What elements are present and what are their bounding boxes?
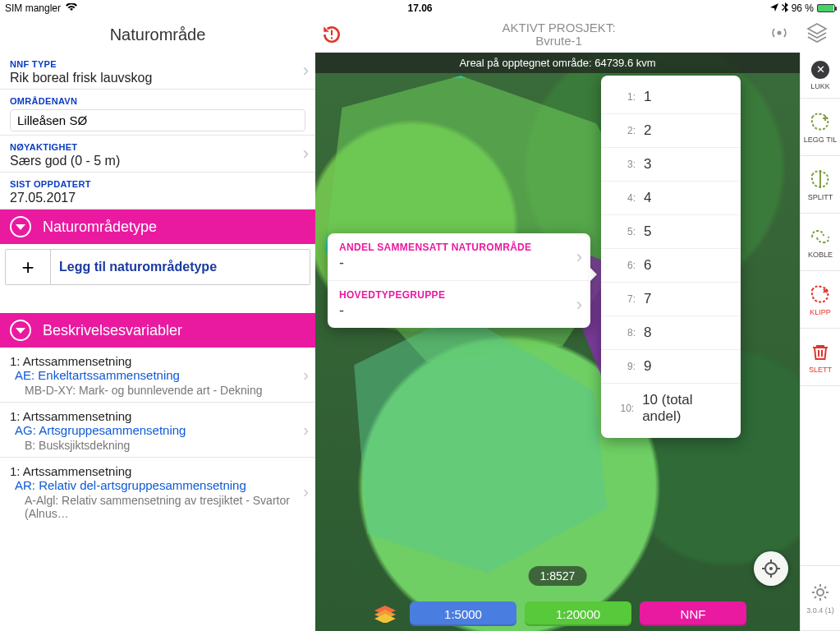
tool-label: KLIPP [810, 308, 831, 316]
sist-label: SIST OPPDATERT [10, 179, 305, 189]
var-l2: AE: Enkeltartssammensetning [10, 368, 305, 382]
settings-button[interactable]: 3.0.4 (1) [801, 565, 840, 631]
active-project: AKTIVT PROSJEKT: Bvrute-1 [348, 21, 769, 48]
picker-option[interactable]: 8:8 [601, 316, 741, 349]
andel-value: - [339, 255, 579, 272]
picker-option[interactable]: 4:4 [601, 181, 741, 214]
picker-index: 5: [613, 226, 636, 237]
var-l3: A-Algl: Relativ sammensetning av tresjik… [10, 494, 305, 520]
tool-label: KOBLE [808, 251, 833, 259]
add-naturomradetype-button[interactable]: + Legg til naturområdetype [5, 249, 310, 285]
picker-index: 4: [613, 192, 636, 204]
nnf-button[interactable]: NNF [640, 601, 746, 626]
tool-label: SPLITT [808, 193, 833, 201]
picker-option[interactable]: 9:9 [601, 349, 741, 383]
scale-5000-button[interactable]: 1:5000 [410, 601, 516, 626]
add-label: Legg til naturområdetype [51, 250, 310, 284]
splitt-button[interactable]: SPLITT [801, 156, 840, 214]
map-header: AKTIVT PROSJEKT: Bvrute-1 [315, 16, 840, 53]
version-text: 3.0.4 (1) [806, 606, 834, 615]
chevron-right-icon: › [303, 60, 309, 81]
layers-icon[interactable] [806, 21, 829, 48]
left-panel-title: Naturområde [0, 16, 315, 53]
naturomradetype-header[interactable]: Naturområdetype [0, 210, 315, 244]
plus-icon: + [6, 250, 51, 284]
nnf-type-row[interactable]: NNF TYPE Rik boreal frisk lauvskog › [0, 53, 315, 90]
left-panel: Naturområde NNF TYPE Rik boreal frisk la… [0, 16, 315, 631]
collapse-icon [10, 320, 31, 341]
koble-button[interactable]: KOBLE [801, 214, 840, 271]
leggtil-button[interactable]: LEGG TIL [801, 99, 840, 156]
carrier-text: SIM mangler [5, 2, 61, 14]
andel-row[interactable]: ANDEL SAMMENSATT NATUROMRÅDE - › [328, 233, 590, 280]
project-label: AKTIVT PROSJEKT: [348, 21, 769, 35]
omradenavn-label: OMRÅDENAVN [10, 96, 305, 106]
tool-label: SLETT [809, 366, 832, 374]
sync-alert-button[interactable] [315, 24, 348, 45]
picker-index: 3: [613, 159, 636, 170]
sist-value: 27.05.2017 [10, 191, 305, 205]
variable-row[interactable]: 1: Artssammensetning AR: Relativ del-art… [0, 458, 315, 525]
chevron-right-icon: › [303, 143, 309, 164]
svg-point-2 [778, 31, 782, 35]
svg-rect-1 [331, 37, 333, 39]
collapse-icon [10, 216, 31, 237]
picker-index: 7: [613, 293, 636, 305]
picker-option[interactable]: 1:1 [601, 81, 741, 113]
link-polygon-icon [810, 226, 831, 247]
picker-value: 8 [644, 325, 651, 341]
project-name: Bvrute-1 [348, 35, 769, 48]
value-picker: 1:1 2:2 3:3 4:4 5:5 6:6 7:7 8:8 9:9 10:1… [601, 76, 741, 438]
picker-option[interactable]: 2:2 [601, 113, 741, 147]
variable-row[interactable]: 1: Artssammensetning AG: Artsgruppesamme… [0, 403, 315, 458]
var-l2: AG: Artsgruppesammensetning [10, 423, 305, 437]
broadcast-icon[interactable] [769, 23, 789, 46]
picker-option[interactable]: 10:10 (total andel) [601, 383, 741, 433]
beskrivelsesvariabler-header[interactable]: Beskrivelsesvariabler [0, 313, 315, 348]
lukk-button[interactable]: ✕ LUKK [801, 53, 840, 99]
feature-popover: ANDEL SAMMENSATT NATUROMRÅDE - › HOVEDTY… [328, 233, 590, 328]
var-l1: 1: Artssammensetning [10, 354, 305, 368]
status-bar: SIM mangler 17.06 96 % [0, 0, 840, 16]
gear-icon [810, 582, 831, 603]
picker-index: 2: [613, 125, 636, 136]
svg-point-5 [817, 589, 824, 596]
omradenavn-input[interactable] [10, 109, 305, 131]
picker-option[interactable]: 7:7 [601, 282, 741, 316]
picker-value: 7 [644, 291, 651, 307]
variable-row[interactable]: 1: Artssammensetning AE: Enkeltartssamme… [0, 348, 315, 403]
scale-20000-button[interactable]: 1:20000 [525, 601, 631, 626]
picker-index: 1: [613, 91, 636, 103]
wifi-icon [66, 2, 77, 14]
picker-index: 8: [613, 327, 636, 339]
picker-value: 1 [644, 89, 651, 105]
hovedtype-row[interactable]: HOVEDTYPEGRUPPE - › [328, 280, 590, 328]
scale-indicator: 1:8527 [529, 566, 587, 586]
layers-toggle-icon[interactable] [369, 605, 402, 623]
picker-index: 10: [613, 403, 634, 414]
noyaktighet-row[interactable]: NØYAKTIGHET Særs god (0 - 5 m) › [0, 136, 315, 173]
picker-index: 9: [613, 361, 636, 372]
picker-value: 10 (total andel) [642, 392, 729, 425]
slett-button[interactable]: SLETT [801, 329, 840, 386]
bottom-scale-bar: 1:5000 1:20000 NNF [315, 601, 800, 626]
var-l1: 1: Artssammensetning [10, 464, 305, 478]
locate-button[interactable] [754, 551, 788, 586]
picker-index: 6: [613, 260, 636, 271]
svg-point-4 [769, 567, 773, 570]
picker-value: 2 [644, 122, 651, 139]
chevron-right-icon: › [576, 294, 582, 316]
var-l3: MB-D-XY: Mark- og bunnlevende art - Dekn… [10, 384, 305, 397]
location-icon [770, 2, 778, 14]
tool-label: LEGG TIL [804, 136, 837, 144]
battery-icon [817, 4, 835, 12]
picker-option[interactable]: 5:5 [601, 214, 741, 248]
picker-value: 3 [644, 156, 651, 173]
picker-option[interactable]: 6:6 [601, 248, 741, 282]
status-time: 17.06 [407, 2, 432, 14]
sist-oppdatert-row: SIST OPPDATERT 27.05.2017 [0, 173, 315, 210]
clip-polygon-icon [810, 283, 831, 305]
klipp-button[interactable]: KLIPP [801, 271, 840, 329]
map-canvas[interactable]: Areal på opptegnet område: 64739.6 kvm A… [315, 53, 800, 631]
picker-option[interactable]: 3:3 [601, 147, 741, 181]
